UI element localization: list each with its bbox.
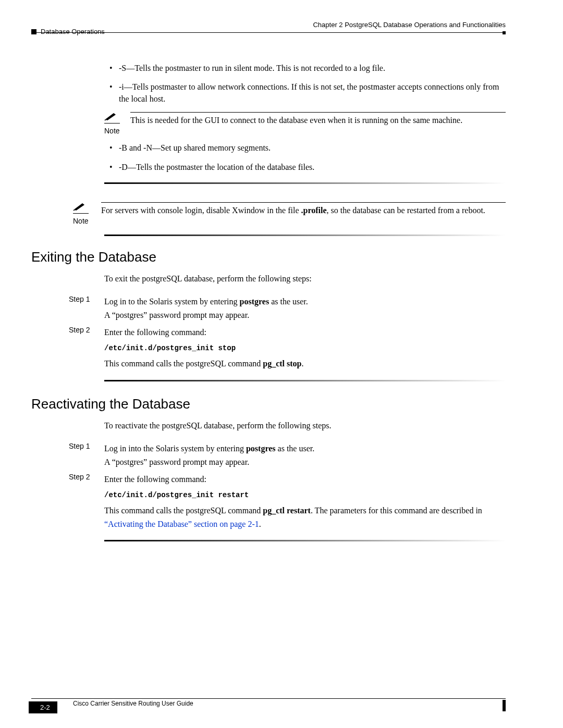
step2-after-post: . xyxy=(301,359,303,368)
gradient-rule xyxy=(104,235,506,236)
step-body: Enter the following command: /etc/init.d… xyxy=(104,473,506,530)
exiting-intro: To exit the postgreSQL database, perform… xyxy=(104,273,506,285)
r-step2-after-bold: pg_ctl restart xyxy=(263,506,311,515)
note-label: Note xyxy=(73,217,89,225)
note2-post: , so the database can be restarted from … xyxy=(327,206,485,215)
step-body: Log in to the Solaris system by entering… xyxy=(104,295,506,322)
note-wide: Note For servers with console login, dis… xyxy=(73,197,506,230)
command-text: /etc/init.d/postgres_init stop xyxy=(104,342,506,354)
page-number: 2-2 xyxy=(29,701,57,713)
options-list-1: -S—Tells the postmaster to run in silent… xyxy=(104,63,506,105)
header-square-icon xyxy=(31,29,36,34)
note-body: This is needed for the GUI to connect to… xyxy=(130,112,506,126)
step1-post: as the user. xyxy=(269,297,308,306)
step-label: Step 1 xyxy=(69,295,95,322)
header-bar-icon xyxy=(503,31,506,34)
step-row: Step 2 Enter the following command: /etc… xyxy=(69,473,506,530)
note2-bold: .profile xyxy=(301,206,327,215)
header-chapter: Chapter 2 PostgreSQL Database Operations… xyxy=(313,21,506,29)
gradient-rule xyxy=(104,540,506,541)
content-top: -S—Tells the postmaster to run in silent… xyxy=(104,63,506,194)
step-label: Step 2 xyxy=(69,473,95,530)
note-underline xyxy=(73,213,89,214)
step-row: Step 1 Log in to the Solaris system by e… xyxy=(69,295,506,322)
step-row: Step 2 Enter the following command: /etc… xyxy=(69,326,506,371)
r-step2-after-post: . xyxy=(259,520,261,528)
step-row: Step 1 Log in into the Solaris system by… xyxy=(69,442,506,468)
heading-exiting: Exiting the Database xyxy=(31,249,156,265)
r-step1-post: as the user. xyxy=(276,444,315,453)
step-body: Enter the following command: /etc/init.d… xyxy=(104,326,506,371)
step1-line2: A “postgres” password prompt may appear. xyxy=(104,309,506,322)
note2-pre: For servers with console login, disable … xyxy=(101,206,301,215)
reactivating-steps: Step 1 Log in into the Solaris system by… xyxy=(69,442,506,552)
cross-ref-link[interactable]: “Activating the Database” section on pag… xyxy=(104,520,259,528)
r-step2-after-pre: This command calls the postgreSQL comman… xyxy=(104,506,263,515)
note-body: For servers with console login, disable … xyxy=(101,202,506,216)
note-icon-col: Note xyxy=(73,202,90,225)
r-step2-text: Enter the following command: xyxy=(104,475,206,484)
options-list-2: -B and -N—Set up shared memory segments.… xyxy=(104,142,506,173)
note-underline xyxy=(104,123,120,124)
list-item: -D—Tells the postmaster the location of … xyxy=(104,162,506,173)
r-step1-bold: postgres xyxy=(246,444,276,453)
command-text: /etc/init.d/postgres_init restart xyxy=(104,489,506,501)
step1-bold: postgres xyxy=(240,297,270,306)
r-step1-line2: A “postgres” password prompt may appear. xyxy=(104,455,506,469)
list-item: -S—Tells the postmaster to run in silent… xyxy=(104,63,506,74)
r-step1-pre: Log in into the Solaris system by enteri… xyxy=(104,444,246,453)
step-body: Log in into the Solaris system by enteri… xyxy=(104,442,506,468)
footer-bar-icon xyxy=(503,700,506,711)
footer-guide: Cisco Carrier Sensitive Routing User Gui… xyxy=(73,700,193,707)
footer-rule xyxy=(31,698,506,699)
list-item: -B and -N—Set up shared memory segments. xyxy=(104,142,506,154)
step-label: Step 2 xyxy=(69,326,95,371)
step-label: Step 1 xyxy=(69,442,95,468)
list-item: -i—Tells postmaster to allow network con… xyxy=(104,81,506,105)
step2-after-pre: This command calls the postgreSQL comman… xyxy=(104,359,263,368)
note-block-1: Note This is needed for the GUI to conne… xyxy=(104,112,506,135)
pencil-icon xyxy=(73,202,88,213)
r-step2-after-mid: . The parameters for this command are de… xyxy=(311,506,482,515)
header-section: Database Operations xyxy=(41,28,105,35)
step2-text: Enter the following command: xyxy=(104,328,206,337)
gradient-rule xyxy=(104,380,506,381)
pencil-icon xyxy=(104,112,119,122)
note-icon-col: Note xyxy=(104,112,121,135)
reactivating-intro: To reactivate the postgreSQL database, p… xyxy=(104,420,506,431)
heading-reactivating: Reactivating the Database xyxy=(31,396,190,412)
step1-pre: Log in to the Solaris system by entering xyxy=(104,297,240,306)
note-label: Note xyxy=(104,127,120,135)
exiting-steps: Step 1 Log in to the Solaris system by e… xyxy=(69,295,506,392)
gradient-rule xyxy=(104,182,506,184)
page: Chapter 2 PostgreSQL Database Operations… xyxy=(0,0,563,728)
step2-after-bold: pg_ctl stop xyxy=(263,359,301,368)
